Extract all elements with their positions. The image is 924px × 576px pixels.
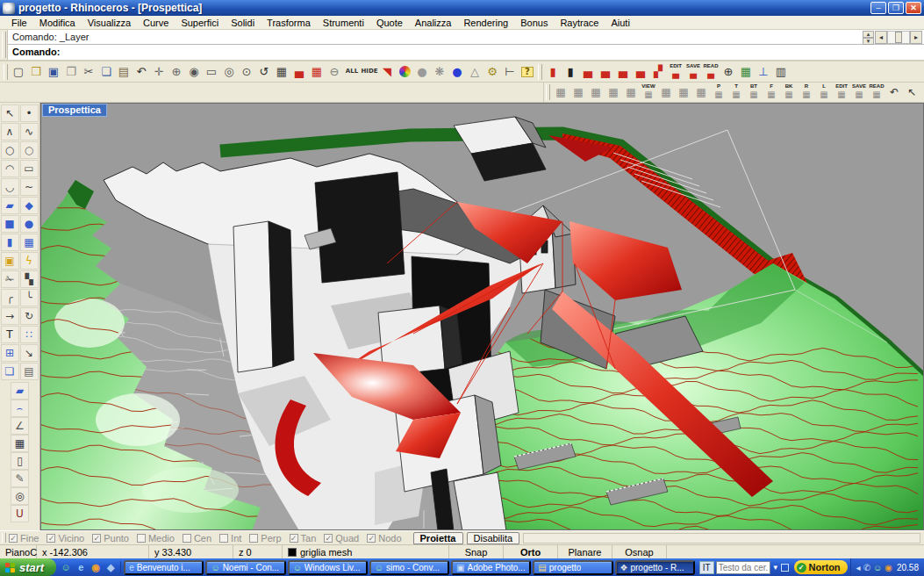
save-file-button[interactable]: ▣ [45,63,62,81]
copy-button[interactable]: ❏ [97,63,115,81]
fillet-surface-button[interactable]: ╭ [1,289,19,306]
car-render-5-button[interactable]: ▞ [649,63,667,81]
mesh-object-button[interactable]: ▦ [11,435,29,452]
mesh-r-button[interactable]: R▦ [798,83,815,101]
polyline-button[interactable]: ∧ [1,123,19,140]
show-all-button[interactable]: ALL [343,63,361,81]
menu-superfici[interactable]: Superfici [175,17,225,29]
mesh-edit-button[interactable]: EDIT▦ [833,83,850,101]
mesh-t-button[interactable]: T▦ [727,83,745,101]
quicklaunch-browser[interactable]: ◆ [104,561,117,573]
red-material-button[interactable]: ▮ [544,63,562,81]
paste-button[interactable]: ▤ [115,63,133,81]
point-cloud-button[interactable]: ∷ [20,326,39,343]
quicklaunch-media-player[interactable]: ◉ [90,561,102,573]
mesh-read-button[interactable]: READ▦ [868,83,885,101]
cylinder-solid-button[interactable]: ▮ [1,234,19,251]
unroll-surface-button[interactable]: U [11,505,29,522]
rebuild-button[interactable]: ↻ [20,307,39,325]
tray-messenger[interactable]: ☺ [873,563,882,572]
mesh-tool-5-button[interactable]: ▦ [692,83,710,101]
osnap-toggle[interactable]: Osnap [612,545,667,558]
extract-face-button[interactable]: ▯ [11,452,29,470]
mesh-tool-pole-button[interactable]: ▦ [569,83,587,101]
proietta-button[interactable]: Proietta [413,532,463,544]
menu-rendering[interactable]: Rendering [457,17,514,29]
new-file-button[interactable]: ▢ [10,63,27,81]
minimize-button[interactable]: – [870,2,886,14]
export-button[interactable]: ❐ [62,63,80,81]
menu-solidi[interactable]: Solidi [225,17,261,29]
menu-analizza[interactable]: Analizza [409,17,458,29]
arc-button[interactable]: ◠ [1,160,19,177]
osnap-vicino[interactable]: Vicino [47,533,84,544]
toolbar-grip[interactable] [4,64,8,80]
axis-button[interactable]: ⊥ [755,63,772,81]
cplane-cell[interactable]: PianoC [0,545,37,558]
osnap-cen[interactable]: Cen [183,533,211,544]
quicklaunch-internet-explorer[interactable]: e [75,561,87,573]
zoom-selected-button[interactable]: ◎ [220,63,238,81]
cplane-button[interactable]: ∠ [11,417,29,435]
mesh-tool-4-button[interactable]: ▦ [675,83,692,101]
color-wheel-button[interactable] [396,63,413,81]
menu-trasforma[interactable]: Trasforma [261,17,317,29]
menu-strumenti[interactable]: Strumenti [317,17,370,29]
cut-button[interactable]: ✂ [80,63,97,81]
text-button[interactable]: T [1,326,19,343]
mesh-solid-button[interactable]: ▦ [20,234,39,251]
tray-updates[interactable]: ◉ [885,563,892,572]
disabilita-button[interactable]: Disabilita [467,532,520,544]
curve-interp-button[interactable]: ∿ [20,123,39,140]
render-region-button[interactable]: ⊖ [326,63,343,81]
raytrace-viewport-button[interactable]: ❋ [431,63,448,81]
car-render-1-button[interactable]: ▄ [579,63,597,81]
osnap-fine[interactable]: Fine [9,533,39,544]
start-button[interactable]: start [0,558,56,576]
tray-connection[interactable]: ✆ [863,563,870,572]
hide-button[interactable]: HIDE [361,63,378,81]
freeform-curve-button[interactable]: ~ [20,178,39,196]
menu-visualizza[interactable]: Visualizza [82,17,137,29]
mesh-tool-drop-button[interactable]: ▦ [605,83,622,101]
mesh-f-button[interactable]: F▦ [763,83,780,101]
search-go-button[interactable] [781,564,789,572]
mesh-undo-button[interactable]: ↶ [885,83,903,101]
read-render-settings-button[interactable]: READ▄ [702,63,720,81]
mesh-p-button[interactable]: P▦ [710,83,727,101]
render-preview-button[interactable]: ▦ [308,63,326,81]
help-button[interactable]: ? [519,63,536,81]
surface-patch-button[interactable]: ◆ [20,197,39,214]
scroll-track[interactable] [887,31,910,44]
car-render-2-button[interactable]: ▄ [597,63,614,81]
move-button[interactable]: ↘ [20,344,39,362]
layer-wedge-button[interactable]: ◥ [378,63,396,81]
planare-toggle[interactable]: Planare [558,545,612,558]
freehand-sketch-button[interactable]: ✎ [11,470,29,487]
cone-primitive-button[interactable]: △ [466,63,483,81]
task-noemi[interactable]: ☺Noemi - Con... [205,560,285,575]
array-button[interactable]: ⊞ [1,344,19,362]
current-layer-cell[interactable]: griglia mesh [283,545,449,558]
crosshair-button[interactable]: ⊕ [720,63,737,81]
quicklaunch-messenger[interactable]: ☺ [60,561,72,573]
osnap-perp[interactable]: Perp [249,533,281,544]
platform-button[interactable]: ▤ [20,363,39,380]
zoom-dynamic-button[interactable]: ◉ [185,63,203,81]
close-button[interactable]: ✕ [906,2,921,14]
command-spinner[interactable]: ▲▼ [863,31,874,44]
menu-raytrace[interactable]: Raytrace [554,17,605,29]
mesh-bk-button[interactable]: BK▦ [780,83,798,101]
origin-target-button[interactable]: ◎ [11,487,29,505]
ellipse-button[interactable]: ○ [20,141,39,159]
scroll-right-button[interactable]: ▸ [910,31,922,44]
mesh-l-button[interactable]: L▦ [815,83,833,101]
task-windows-live[interactable]: ☺Windows Liv... [288,560,368,575]
perspective-viewport[interactable]: Prospettica [40,103,924,530]
menu-modifica[interactable]: Modifica [33,17,82,29]
mesh-tool-1-button[interactable]: ▦ [552,83,569,101]
explode-button[interactable]: ϟ [20,252,39,270]
task-benvenuto[interactable]: eBenvenuto i... [124,560,204,575]
black-material-button[interactable]: ▮ [562,63,579,81]
car-render-3-button[interactable]: ▄ [614,63,632,81]
